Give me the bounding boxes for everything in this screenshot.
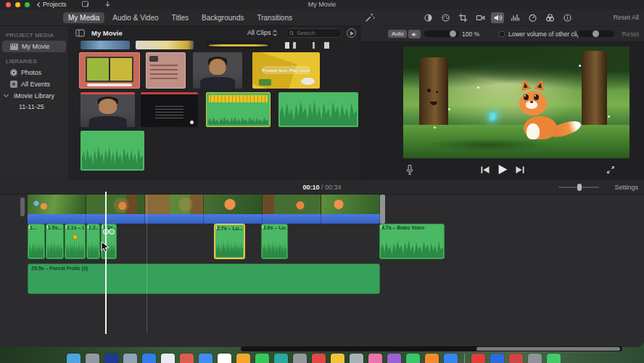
dock-app-icon[interactable]	[180, 354, 194, 363]
color-correction-icon[interactable]	[439, 12, 452, 23]
background-music-clip[interactable]: 29.5s – Forest Frolic (1)	[28, 264, 380, 294]
ducking-slider[interactable]	[577, 30, 614, 37]
dock-app-icon[interactable]	[331, 354, 344, 363]
sidebar-item-photos[interactable]: Photos	[0, 67, 68, 78]
clips-filter-dropdown[interactable]: All Clips	[247, 29, 276, 36]
reset-volume-button[interactable]: Reset	[622, 30, 639, 38]
sidebar-item-imovie-library[interactable]: iMovie Library	[0, 90, 68, 102]
media-thumbnail-screen-recording[interactable]	[79, 52, 140, 89]
media-thumbnail-promo[interactable]: Prompt less, Play more	[252, 52, 320, 89]
chevron-down-icon[interactable]	[4, 91, 9, 97]
preview-video[interactable]	[403, 46, 629, 158]
timeline-audio-clip[interactable]: 4.7s – Bobo Voice	[379, 224, 445, 259]
dock-app-icon[interactable]	[444, 354, 458, 363]
fullscreen-icon[interactable]	[606, 166, 615, 174]
sidebar-item-my-movie[interactable]: My Movie	[2, 41, 66, 52]
stabilization-icon[interactable]	[474, 12, 487, 23]
clip-trim-handle[interactable]	[380, 195, 385, 224]
media-thumbnail[interactable]	[278, 41, 342, 49]
timeline-settings-button[interactable]: Settings	[614, 184, 638, 191]
dock-app-icon[interactable]	[425, 354, 439, 363]
auto-volume-button[interactable]: Auto	[388, 30, 407, 38]
dock-app-icon[interactable]	[255, 354, 269, 363]
dock-app-icon[interactable]	[490, 354, 504, 363]
dock-app-icon[interactable]	[104, 354, 118, 363]
timeline-audio-clip[interactable]: 1.5s...	[46, 224, 64, 259]
volume-slider-knob[interactable]	[450, 30, 456, 37]
tab-titles[interactable]: Titles	[167, 12, 194, 23]
volume-slider[interactable]	[424, 30, 459, 37]
timeline-zoom-knob[interactable]	[577, 184, 582, 191]
mute-button[interactable]	[408, 30, 421, 38]
dock-app-icon[interactable]	[293, 354, 307, 363]
dock-app-icon[interactable]	[547, 354, 561, 363]
tab-audio-video[interactable]: Audio & Video	[107, 12, 163, 23]
media-thumbnail-audio-clip[interactable]	[80, 131, 144, 171]
timeline-scrollbar-thumb[interactable]	[476, 347, 620, 351]
timeline-audio-clip[interactable]: 2.7s – Lu...	[214, 224, 245, 259]
dock-app-icon[interactable]	[236, 354, 250, 363]
reset-all-button[interactable]: Reset All	[613, 14, 639, 21]
skimming-toggle-icon[interactable]	[347, 28, 356, 38]
timeline-scrollbar[interactable]	[241, 346, 622, 351]
dock-app-icon[interactable]	[368, 354, 382, 363]
dock-app-icon[interactable]	[387, 354, 401, 363]
media-thumbnail-terminal[interactable]	[141, 92, 198, 127]
skip-forward-icon[interactable]	[515, 166, 524, 174]
clip-label: 1.2...	[88, 225, 99, 230]
timeline-zoom-slider[interactable]	[558, 187, 599, 188]
timeline-audio-clip[interactable]: 2.6s – Lu...	[261, 224, 288, 259]
media-thumbnail-presenter[interactable]	[80, 92, 135, 127]
tab-transitions[interactable]: Transitions	[252, 12, 297, 23]
search-input[interactable]	[297, 30, 339, 36]
dock-app-icon[interactable]	[123, 354, 137, 363]
crop-icon[interactable]	[456, 12, 469, 23]
timeline-audio-clip[interactable]: 2.1s – L...	[65, 224, 86, 259]
media-thumbnail[interactable]	[136, 41, 194, 49]
sidebar-toggle-icon[interactable]	[75, 29, 85, 37]
clip-edge-handle[interactable]	[20, 197, 25, 216]
noise-reduction-icon[interactable]	[508, 12, 521, 23]
media-thumbnail-audio-clip[interactable]	[278, 92, 358, 127]
tab-backgrounds[interactable]: Backgrounds	[197, 12, 249, 23]
ducking-slider-knob[interactable]	[593, 30, 599, 37]
voiceover-mic-icon[interactable]	[405, 164, 414, 176]
play-button[interactable]	[497, 164, 508, 175]
speed-icon[interactable]	[526, 12, 539, 23]
dock-app-icon[interactable]	[161, 354, 175, 363]
dock-app-icon[interactable]	[67, 354, 80, 363]
media-thumbnail-audio-clip[interactable]	[206, 92, 271, 127]
playhead[interactable]	[105, 192, 107, 334]
fade-handle[interactable]	[109, 229, 115, 234]
volume-adjust-icon[interactable]	[491, 12, 504, 23]
media-thumbnail[interactable]	[206, 41, 271, 49]
dock-app-icon[interactable]	[406, 354, 420, 363]
dock-app-icon[interactable]	[312, 354, 326, 363]
sidebar-item-all-events[interactable]: All Events	[0, 78, 68, 90]
dock-app-icon[interactable]	[350, 354, 363, 363]
media-thumbnail[interactable]	[80, 41, 130, 49]
color-balance-icon[interactable]	[421, 12, 434, 23]
enhance-wand-icon[interactable]	[365, 12, 375, 23]
dock-app-icon[interactable]	[528, 354, 542, 363]
media-thumbnail-presenter[interactable]	[193, 52, 242, 89]
media-thumbnail-notes[interactable]	[146, 52, 186, 89]
search-field[interactable]	[286, 28, 342, 38]
dock-app-icon[interactable]	[142, 354, 156, 363]
dock-app-icon[interactable]	[509, 354, 523, 363]
dock-app-icon[interactable]	[86, 354, 99, 363]
timeline-audio-clip[interactable]: 1.2...	[86, 224, 100, 259]
timeline-audio-clip[interactable]: 1...	[28, 224, 45, 259]
tab-my-media[interactable]: My Media	[63, 12, 104, 23]
video-clip-audio-strip[interactable]	[28, 214, 380, 224]
video-clip-filmstrip[interactable]	[28, 195, 380, 214]
skip-back-icon[interactable]	[480, 166, 490, 174]
sidebar-item-event-date[interactable]: 11-11-25	[0, 102, 68, 112]
dock-app-icon[interactable]	[199, 354, 212, 363]
dock-app-icon[interactable]	[274, 354, 288, 363]
clip-filter-icon[interactable]	[543, 12, 556, 23]
dock-app-icon[interactable]	[218, 354, 231, 363]
clip-info-icon[interactable]	[561, 12, 574, 23]
dock-app-icon[interactable]	[471, 354, 485, 363]
lower-volume-checkbox[interactable]	[499, 31, 505, 37]
